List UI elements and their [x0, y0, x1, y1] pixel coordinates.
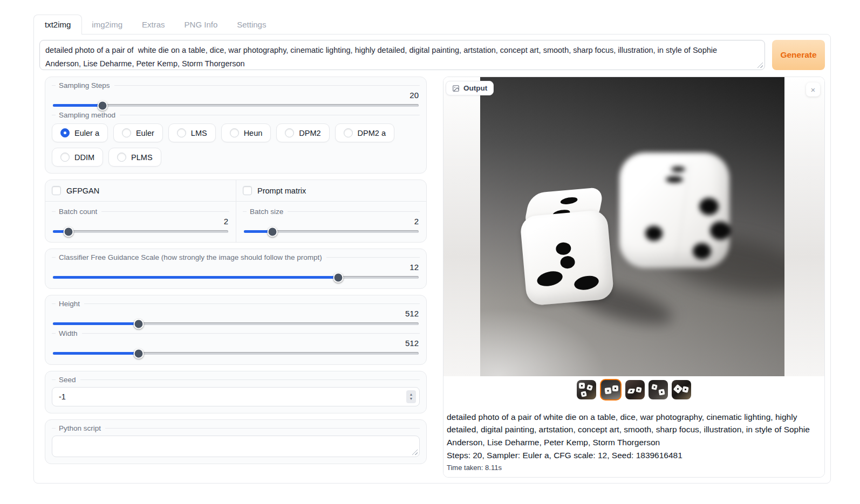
width-label: Width — [59, 329, 78, 337]
radio-icon — [230, 128, 239, 137]
radio-euler[interactable]: Euler — [113, 123, 163, 142]
dimensions-group: Height 512 Width 512 — [45, 295, 427, 365]
caption-prompt: detailed photo of a pair of white die on… — [447, 411, 820, 448]
python-script-box — [52, 436, 420, 457]
gallery-left-strip — [443, 77, 480, 376]
cfg-label: Classifier Free Guidance Scale (how stro… — [59, 253, 322, 261]
radio-heun[interactable]: Heun — [221, 123, 271, 142]
prompt-matrix-label: Prompt matrix — [257, 187, 306, 195]
main-container: detailed photo of a pair of white die on… — [33, 34, 831, 484]
radio-label: Euler — [136, 129, 154, 137]
tab-txt2img[interactable]: txt2img — [33, 15, 82, 34]
radio-label: LMS — [191, 129, 207, 137]
python-script-label: Python script — [59, 424, 101, 432]
cfg-slider[interactable] — [53, 276, 419, 279]
radio-icon — [60, 153, 70, 162]
height-slider[interactable] — [53, 322, 419, 325]
close-icon[interactable]: × — [806, 82, 820, 96]
batch-size-label: Batch size — [250, 208, 283, 216]
caption-time-taken: Time taken: 8.11s — [447, 464, 820, 472]
radio-dpm2-a[interactable]: DPM2 a — [335, 123, 394, 142]
options-batch-group: GFPGAN Prompt matrix Batch count 2 — [45, 179, 427, 243]
radio-icon — [344, 128, 353, 137]
batch-count-label: Batch count — [59, 208, 97, 216]
width-slider[interactable] — [53, 352, 419, 355]
radio-dpm2[interactable]: DPM2 — [276, 123, 329, 142]
tab-png-info[interactable]: PNG Info — [175, 15, 228, 34]
cfg-value: 12 — [52, 263, 419, 272]
seed-label: Seed — [59, 376, 76, 384]
gfpgan-checkbox-row[interactable]: GFPGAN — [52, 186, 229, 195]
height-label: Height — [59, 300, 80, 308]
thumbnail-5[interactable] — [672, 380, 691, 399]
thumbnail-1[interactable] — [577, 380, 596, 399]
seed-input[interactable] — [52, 387, 420, 406]
radio-label: DDIM — [74, 153, 94, 162]
batch-count-slider[interactable] — [53, 230, 228, 233]
radio-euler-a[interactable]: Euler a — [52, 123, 108, 142]
radio-label: DPM2 — [299, 129, 320, 137]
output-panel: Output — [443, 77, 825, 478]
radio-lms[interactable]: LMS — [168, 123, 216, 142]
background-die — [619, 153, 729, 268]
python-script-input[interactable] — [52, 436, 419, 457]
prompt-matrix-checkbox-row[interactable]: Prompt matrix — [243, 186, 420, 195]
number-spinner[interactable]: ▲▼ — [406, 390, 416, 403]
checkbox-icon[interactable] — [52, 186, 61, 195]
sampling-group: Sampling Steps 20 Sampling method Euler … — [45, 77, 427, 174]
radio-icon — [285, 128, 294, 137]
txt2img-app: txt2img img2img Extras PNG Info Settings… — [33, 13, 831, 484]
cfg-group: Classifier Free Guidance Scale (how stro… — [45, 248, 427, 289]
python-script-group: Python script — [45, 419, 427, 464]
radio-icon — [122, 128, 131, 137]
caption-params: Steps: 20, Sampler: Euler a, CFG scale: … — [447, 449, 820, 461]
generate-button[interactable]: Generate — [772, 40, 825, 70]
output-caption: detailed photo of a pair of white die on… — [443, 403, 824, 477]
seed-group: Seed ▲▼ — [45, 371, 427, 413]
tab-extras[interactable]: Extras — [132, 15, 175, 34]
radio-label: DPM2 a — [358, 129, 386, 137]
batch-size-slider[interactable] — [244, 230, 419, 233]
sampling-steps-value: 20 — [52, 91, 419, 100]
output-label: Output — [463, 84, 487, 92]
tab-img2img[interactable]: img2img — [82, 15, 132, 34]
gfpgan-label: GFPGAN — [66, 187, 99, 195]
sampling-steps-slider[interactable] — [53, 104, 419, 107]
radio-icon — [117, 153, 126, 162]
checkbox-icon[interactable] — [243, 186, 252, 195]
image-icon — [452, 85, 460, 92]
batch-size-value: 2 — [243, 217, 419, 226]
thumbnail-2-selected[interactable] — [600, 379, 622, 401]
width-value: 512 — [52, 339, 419, 348]
height-value: 512 — [52, 309, 419, 318]
sampling-method-label: Sampling method — [59, 111, 115, 119]
thumbnail-3[interactable] — [625, 380, 645, 399]
radio-plms[interactable]: PLMS — [108, 148, 161, 167]
radio-label: Euler a — [74, 129, 99, 137]
output-label-pill: Output — [446, 81, 494, 95]
generated-image[interactable] — [480, 77, 784, 376]
batch-count-value: 2 — [52, 217, 228, 226]
gallery-right-strip: × — [784, 77, 824, 376]
tab-settings[interactable]: Settings — [227, 15, 276, 34]
radio-ddim[interactable]: DDIM — [52, 148, 103, 167]
foreground-die — [517, 187, 617, 306]
radio-label: PLMS — [131, 153, 153, 162]
settings-column: Sampling Steps 20 Sampling method Euler … — [45, 77, 427, 470]
prompt-input[interactable]: detailed photo of a pair of white die on… — [40, 40, 765, 70]
sampling-method-options: Euler a Euler LMS Heun DPM2 DPM2 a DDIM … — [52, 123, 420, 167]
sampling-steps-label: Sampling Steps — [59, 81, 110, 89]
prompt-box: detailed photo of a pair of white die on… — [39, 40, 765, 70]
radio-icon — [177, 128, 186, 137]
output-media: Output — [443, 77, 824, 376]
thumbnail-4[interactable] — [649, 380, 668, 399]
prompt-row: detailed photo of a pair of white die on… — [39, 40, 825, 70]
tab-bar: txt2img img2img Extras PNG Info Settings — [33, 13, 831, 34]
gallery-thumbnails — [443, 376, 824, 403]
radio-label: Heun — [244, 129, 263, 137]
radio-selected-icon — [60, 128, 70, 137]
